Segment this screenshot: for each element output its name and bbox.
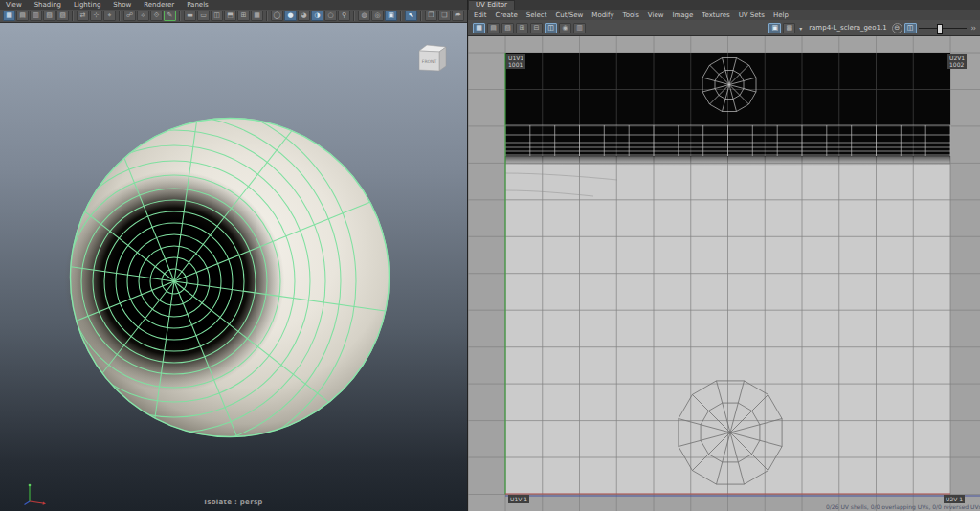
image-exposure-slider[interactable] (919, 23, 967, 33)
tile-outline-icon[interactable]: ▣ (768, 23, 781, 33)
3d-viewport-canvas[interactable]: FRONT Isolate : persp (0, 23, 467, 511)
checker-tile-icon[interactable]: ⊞ (516, 23, 528, 33)
toolbar-separator (119, 11, 121, 21)
viewport-toolbar: ▦ ▤ ▥ ▧ ▨ ⇄ ⊹ ⌖ ☍ ⟡ ⟐ ✎ ▬ ▭ ◫ ⬒ ⊞ ▦ ◯ ● … (0, 10, 467, 23)
menu-panels[interactable]: Panels (187, 1, 209, 9)
grid-display-icon[interactable]: ▬ (184, 11, 196, 21)
menu-help[interactable]: Help (773, 11, 789, 19)
menu-uv-sets[interactable]: UV Sets (739, 11, 765, 19)
uv-distortion-icon[interactable]: ▦ (473, 23, 485, 33)
shaded-icon[interactable]: ● (284, 11, 297, 21)
uv-status-text: 0/26 UV shells, 0/0 overlapping UVs, 0/0… (826, 503, 977, 510)
snapshot-icon[interactable]: ❐ (425, 11, 437, 21)
toolbar-separator (266, 11, 268, 21)
menu-select[interactable]: Select (526, 11, 547, 19)
uv-canvas-svg (468, 36, 980, 511)
tile-label-u2v-1: U2V-1 (944, 495, 965, 503)
toolbar-separator (72, 11, 74, 21)
slider-handle[interactable] (937, 24, 943, 34)
safe-action-icon[interactable]: ▦ (251, 11, 263, 21)
grease-pencil-icon[interactable]: ✎ (164, 11, 176, 21)
uv-editor-panel: UV Editor Edit Create Select Cut/Sew Mod… (468, 0, 980, 511)
isolate-uv-icon[interactable]: ⊖ (892, 23, 902, 33)
toolbar-separator (420, 11, 422, 21)
two-d-pan-zoom-icon[interactable]: ⇄ (77, 11, 89, 21)
uv-editor-toolbar: ▦ ▤ ▧ ⊞ ⊟ ◫ ◉ ▥ ▣ ▩ ▾ ramp4-L_sclera_geo… (468, 20, 980, 36)
occlusion-icon[interactable]: ◍ (358, 11, 370, 21)
uv-editor-menubar: Edit Create Select Cut/Sew Modify Tools … (468, 10, 980, 20)
texture-dropdown-caret-icon[interactable]: ▾ (799, 25, 802, 32)
view-cube-face-label: FRONT (422, 59, 437, 64)
isolate-select-icon[interactable]: ⬉ (405, 11, 417, 21)
image-plane-icon[interactable]: ▨ (56, 11, 69, 21)
viewport-menubar: View Shading Lighting Show Renderer Pane… (0, 0, 467, 10)
panel-expand-icon[interactable]: ›› (971, 24, 975, 33)
camera-attributes-icon[interactable]: ▥ (30, 11, 42, 21)
toolbar-separator (179, 11, 181, 21)
uv-shaded-icon[interactable]: ▤ (487, 23, 500, 33)
wireframe-icon[interactable]: ◯ (271, 11, 283, 21)
resolution-gate-icon[interactable]: ◫ (211, 11, 223, 21)
image-display-icon[interactable]: ◫ (545, 23, 557, 33)
skeleton-display-icon[interactable]: ⟐ (150, 11, 163, 21)
menu-cut-sew[interactable]: Cut/Sew (555, 11, 583, 19)
menu-textures[interactable]: Textures (702, 11, 729, 19)
tile-label-u1v-1: U1V-1 (508, 495, 529, 503)
dither-icon[interactable]: ▩ (783, 23, 795, 33)
texture-selector[interactable]: ramp4-L_sclera_geo1.1 (809, 24, 886, 32)
image-range-icon[interactable]: ◫ (904, 23, 917, 33)
joint-display-icon[interactable]: ⟡ (137, 11, 149, 21)
toolbar-separator (400, 11, 402, 21)
checker-dim-icon[interactable]: ⊟ (530, 23, 543, 33)
menu-create[interactable]: Create (496, 11, 518, 19)
menu-view[interactable]: View (648, 11, 664, 19)
lighting-icon[interactable]: ○ (324, 11, 337, 21)
perspective-viewport-panel: View Shading Lighting Show Renderer Pane… (0, 0, 467, 511)
textured-icon[interactable]: ◕ (298, 11, 310, 21)
menu-lighting[interactable]: Lighting (74, 1, 100, 9)
select-camera-icon[interactable]: ▦ (3, 11, 15, 21)
toolbar-separator (353, 11, 355, 21)
scene-render-icon[interactable]: ❏ (438, 11, 451, 21)
symmetry-icon[interactable]: ☍ (123, 11, 136, 21)
uv-canvas[interactable]: U1V11001 U2V11002 U1V-1 U2V-1 0/26 UV sh… (468, 36, 980, 511)
motion-blur-icon[interactable]: ◎ (371, 11, 384, 21)
view-cube[interactable]: FRONT (413, 38, 452, 77)
gate-mask-icon[interactable]: ⬒ (224, 11, 236, 21)
snap-align-icon[interactable]: ⌖ (103, 11, 116, 21)
isolate-hud-text: Isolate : persp (0, 499, 467, 506)
menu-edit[interactable]: Edit (474, 11, 487, 19)
uv-editor-title-tab[interactable]: UV Editor (468, 0, 515, 10)
material-override-icon[interactable]: ◑ (311, 11, 323, 21)
uv-texture-icon[interactable]: ▧ (501, 23, 514, 33)
menu-tools[interactable]: Tools (623, 11, 639, 19)
eyeball-mesh (0, 23, 467, 511)
menu-renderer[interactable]: Renderer (144, 1, 174, 9)
pixel-snap-icon[interactable]: ◉ (559, 23, 571, 33)
menu-show[interactable]: Show (113, 1, 131, 9)
menu-shading[interactable]: Shading (34, 1, 61, 9)
tile-label-1002: U2V11002 (947, 54, 967, 69)
sequence-render-icon[interactable]: ⮫ (452, 11, 464, 21)
shadows-icon[interactable]: ⚲ (338, 11, 350, 21)
pivot-orientation-icon[interactable]: ⊹ (90, 11, 102, 21)
field-chart-icon[interactable]: ⊞ (237, 11, 250, 21)
menu-view[interactable]: View (6, 1, 22, 9)
uv-editor-titlebar: UV Editor (468, 0, 980, 10)
tile-label-1001: U1V11001 (506, 54, 525, 69)
lock-camera-icon[interactable]: ▤ (16, 11, 29, 21)
menu-image[interactable]: Image (672, 11, 693, 19)
slider-track (919, 28, 967, 29)
bookmark-view-icon[interactable]: ▧ (43, 11, 56, 21)
multisample-icon[interactable]: ▣ (385, 11, 397, 21)
uv-snapshot-icon[interactable]: ▥ (573, 23, 586, 33)
film-gate-icon[interactable]: ▭ (197, 11, 210, 21)
menu-modify[interactable]: Modify (591, 11, 613, 19)
